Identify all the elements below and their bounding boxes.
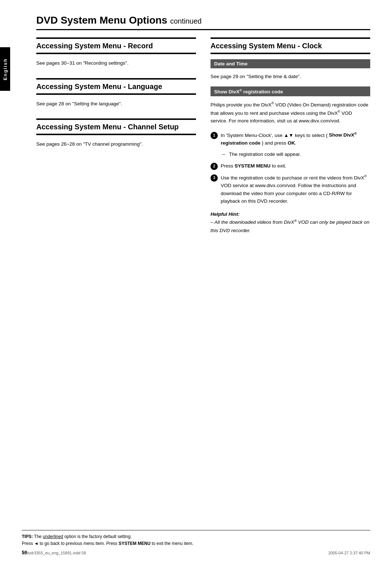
step-1-text: In 'System Menu-Clock', use ▲▼ keys to s… xyxy=(221,131,370,147)
two-column-layout: Accessing System Menu - Record See pages… xyxy=(36,37,370,240)
date-time-bar: Date and Time xyxy=(211,59,370,68)
section-channel-title: Accessing System Menu - Channel Setup xyxy=(36,118,196,135)
tips-text2: Press ◄ to go back to previous menu item… xyxy=(22,541,193,546)
section-record-title: Accessing System Menu - Record xyxy=(36,37,196,54)
language-tab-label: English xyxy=(3,58,8,80)
step-2-number: 2 xyxy=(211,163,218,170)
section-record: Accessing System Menu - Record See pages… xyxy=(36,37,196,67)
right-column: Accessing System Menu - Clock Date and T… xyxy=(211,37,370,240)
section-clock-title: Accessing System Menu - Clock xyxy=(211,37,370,54)
step-3: 3 Use the registration code to purchase … xyxy=(211,174,370,205)
divx-intro: Philips provide you the DivX® VOD (Video… xyxy=(211,101,370,125)
date-time-content: See page 29 on "Setting the time & date"… xyxy=(211,73,370,81)
language-tab: English xyxy=(0,47,10,91)
tips-text1: The underlined option is the factory def… xyxy=(34,534,132,539)
footer: TIPS: The underlined option is the facto… xyxy=(22,530,370,555)
section-language-title: Accessing System Menu - Language xyxy=(36,78,196,95)
footer-timestamp: 2005-04-27 2:37:40 PM xyxy=(328,551,370,555)
step-3-number: 3 xyxy=(211,174,218,182)
subsection-divx: Show DivX® registration code Philips pro… xyxy=(211,86,370,235)
footer-filename: 1_dvdr3355_eu_eng_15891.indd 58 xyxy=(22,551,86,555)
step-1-arrow-text: The registration code will appear. xyxy=(229,151,301,157)
helpful-hint: Helpful Hint: – All the downloaded video… xyxy=(211,210,370,235)
tips-label: TIPS: xyxy=(22,534,33,539)
divx-bar-label: Show DivX xyxy=(214,89,240,94)
divx-steps: 1 In 'System Menu-Clock', use ▲▼ keys to… xyxy=(211,131,370,147)
helpful-hint-text: – All the downloaded videos from DivX® V… xyxy=(211,219,369,233)
page-title: DVD System Menu Options continued xyxy=(36,15,370,30)
step-2: 2 Press SYSTEM MENU to exit. xyxy=(211,162,370,170)
subsection-date-time: Date and Time See page 29 on "Setting th… xyxy=(211,59,370,81)
section-record-content: See pages 30~31 on "Recording settings". xyxy=(36,59,196,67)
divx-bar: Show DivX® registration code xyxy=(211,86,370,96)
step-1-number: 1 xyxy=(211,132,218,139)
step-1: 1 In 'System Menu-Clock', use ▲▼ keys to… xyxy=(211,131,370,147)
footer-tips: TIPS: The underlined option is the facto… xyxy=(22,533,370,547)
arrow-symbol: → xyxy=(221,151,226,157)
section-channel-setup: Accessing System Menu - Channel Setup Se… xyxy=(36,118,196,148)
left-column: Accessing System Menu - Record See pages… xyxy=(36,37,196,240)
divx-bar-suffix: registration code xyxy=(242,89,283,94)
step-2-text: Press SYSTEM MENU to exit. xyxy=(221,162,286,170)
page-container: English DVD System Menu Options continue… xyxy=(0,0,392,566)
helpful-hint-label: Helpful Hint: xyxy=(211,211,240,217)
section-language-content: See page 28 on "Setting the language". xyxy=(36,100,196,108)
step-1-arrow: → The registration code will appear. xyxy=(221,150,370,158)
section-channel-content: See pages 26~28 on "TV channel programmi… xyxy=(36,140,196,148)
step-3-text: Use the registration code to purchase or… xyxy=(221,174,370,205)
footer-bottom: 1_dvdr3355_eu_eng_15891.indd 58 2005-04-… xyxy=(22,551,370,555)
divx-steps-2: 2 Press SYSTEM MENU to exit. 3 Use the r… xyxy=(211,162,370,205)
section-language: Accessing System Menu - Language See pag… xyxy=(36,78,196,108)
